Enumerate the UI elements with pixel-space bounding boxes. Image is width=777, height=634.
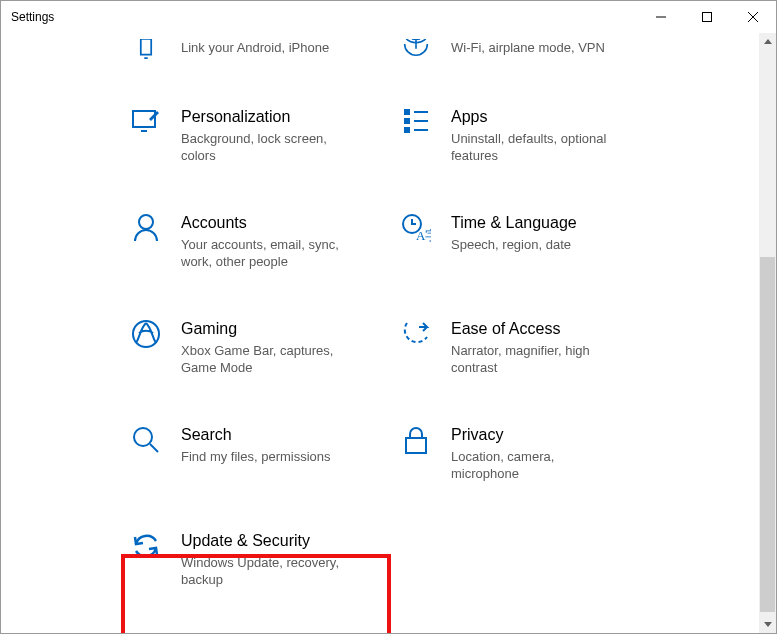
- tile-desc: Background, lock screen, colors: [181, 130, 351, 164]
- tile-desc: Find my files, permissions: [181, 448, 351, 465]
- tile-update-security[interactable]: Update & Security Windows Update, recove…: [121, 525, 383, 625]
- tile-title: Personalization: [181, 107, 375, 127]
- tile-title: Search: [181, 425, 375, 445]
- close-button[interactable]: [730, 1, 776, 33]
- vertical-scrollbar[interactable]: [759, 33, 776, 633]
- tile-desc: Windows Update, recovery, backup: [181, 554, 351, 588]
- tile-gaming[interactable]: Gaming Xbox Game Bar, captures, Game Mod…: [121, 313, 383, 413]
- tile-time-language[interactable]: A字 Time & Language Speech, region, date: [391, 207, 653, 307]
- title-bar: Settings: [1, 1, 776, 33]
- accounts-icon: [129, 213, 163, 247]
- tile-desc: Location, camera, microphone: [451, 448, 621, 482]
- tile-desc: Xbox Game Bar, captures, Game Mode: [181, 342, 351, 376]
- minimize-button[interactable]: [638, 1, 684, 33]
- tile-desc: Wi-Fi, airplane mode, VPN: [451, 39, 621, 56]
- search-icon: [129, 425, 163, 459]
- ease-of-access-icon: [399, 319, 433, 353]
- time-language-icon: A字: [399, 213, 433, 247]
- tile-title: Apps: [451, 107, 645, 127]
- phone-icon: [129, 39, 163, 73]
- svg-point-12: [139, 215, 153, 229]
- tile-title: Time & Language: [451, 213, 645, 233]
- tile-search[interactable]: Search Find my files, permissions: [121, 419, 383, 519]
- scroll-up-arrow[interactable]: [759, 33, 776, 50]
- svg-point-16: [134, 428, 152, 446]
- svg-line-17: [150, 444, 158, 452]
- lock-icon: [399, 425, 433, 459]
- svg-rect-8: [404, 127, 410, 133]
- tile-title: Accounts: [181, 213, 375, 233]
- tile-title: Privacy: [451, 425, 645, 445]
- apps-icon: [399, 107, 433, 141]
- tile-desc: Link your Android, iPhone: [181, 39, 351, 56]
- tile-title: Update & Security: [181, 531, 375, 551]
- tile-desc: Speech, region, date: [451, 236, 621, 253]
- svg-rect-7: [404, 118, 410, 124]
- maximize-button[interactable]: [684, 1, 730, 33]
- tile-privacy[interactable]: Privacy Location, camera, microphone: [391, 419, 653, 519]
- scrollbar-thumb[interactable]: [760, 257, 775, 612]
- svg-text:A字: A字: [416, 228, 431, 243]
- svg-rect-1: [703, 13, 712, 22]
- tile-apps[interactable]: Apps Uninstall, defaults, optional featu…: [391, 101, 653, 201]
- window-title: Settings: [11, 10, 638, 24]
- tile-accounts[interactable]: Accounts Your accounts, email, sync, wor…: [121, 207, 383, 307]
- settings-content: Link your Android, iPhone Wi-Fi, airplan…: [1, 33, 759, 633]
- personalization-icon: [129, 107, 163, 141]
- globe-icon: [399, 39, 433, 73]
- svg-rect-6: [404, 109, 410, 115]
- gaming-icon: [129, 319, 163, 353]
- tile-network[interactable]: Wi-Fi, airplane mode, VPN: [391, 33, 653, 91]
- tile-ease-of-access[interactable]: Ease of Access Narrator, magnifier, high…: [391, 313, 653, 413]
- tile-title: Ease of Access: [451, 319, 645, 339]
- scroll-down-arrow[interactable]: [759, 616, 776, 633]
- update-icon: [129, 531, 163, 565]
- tile-desc: Uninstall, defaults, optional features: [451, 130, 621, 164]
- window-controls: [638, 1, 776, 33]
- tile-desc: Narrator, magnifier, high contrast: [451, 342, 621, 376]
- tile-phone[interactable]: Link your Android, iPhone: [121, 33, 383, 91]
- svg-rect-18: [406, 438, 426, 453]
- tile-personalization[interactable]: Personalization Background, lock screen,…: [121, 101, 383, 201]
- tile-title: Gaming: [181, 319, 375, 339]
- tile-desc: Your accounts, email, sync, work, other …: [181, 236, 351, 270]
